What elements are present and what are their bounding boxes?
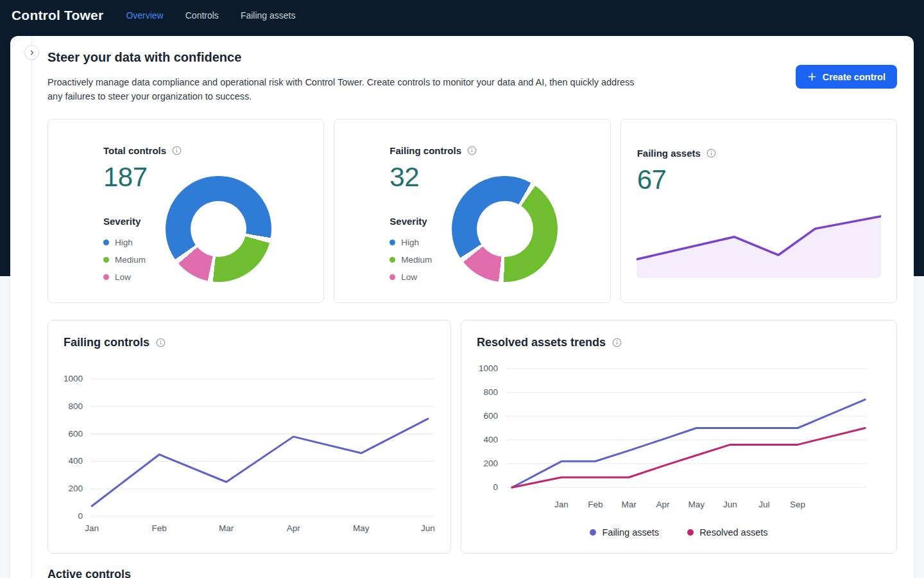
x-axis-tick: Feb xyxy=(140,523,178,534)
chart-legend: Failing assets Resolved assets xyxy=(461,527,896,538)
legend-item-low: Low xyxy=(389,268,432,286)
x-axis-tick: Apr xyxy=(274,523,312,534)
y-axis-tick: 800 xyxy=(55,401,83,412)
y-axis-tick: 1000 xyxy=(470,363,498,374)
resolved-trends-chart-title: Resolved assets trends xyxy=(477,336,606,349)
failing-assets-card: Failing assets 67 xyxy=(620,119,897,303)
info-icon[interactable] xyxy=(612,338,622,347)
app-title: Control Tower xyxy=(12,8,103,23)
legend-label-low: Low xyxy=(115,272,131,282)
legend-dot-medium xyxy=(103,257,109,263)
legend-label-high: High xyxy=(115,238,133,247)
legend-item-resolved-assets: Resolved assets xyxy=(687,527,767,538)
total-controls-value: 187 xyxy=(103,162,148,193)
failing-controls-chart-title: Failing controls xyxy=(64,336,150,349)
y-axis-tick: 1000 xyxy=(55,374,83,384)
legend-label-low: Low xyxy=(401,272,417,282)
legend-label-resolved-assets: Resolved assets xyxy=(699,527,767,538)
legend-dot-resolved-assets xyxy=(687,529,694,536)
top-navigation: Control Tower Overview Controls Failing … xyxy=(0,0,924,31)
chevron-right-icon xyxy=(28,49,36,57)
failing-assets-sparkline xyxy=(637,209,881,278)
plus-icon xyxy=(807,72,817,82)
y-axis-tick: 0 xyxy=(470,482,498,493)
legend-dot-high xyxy=(103,240,109,245)
resolved-assets-trends-card: Resolved assets trends 02004006008001000… xyxy=(461,320,897,554)
legend-dot-low xyxy=(103,274,109,280)
legend-label-failing-assets: Failing assets xyxy=(602,527,659,538)
failing-controls-line-chart: 02004006008001000JanFebMarAprMayJun xyxy=(48,320,450,553)
info-icon[interactable] xyxy=(156,338,166,347)
severity-legend: High Medium Low xyxy=(389,234,432,286)
total-controls-title: Total controls xyxy=(103,145,166,156)
legend-dot-high xyxy=(389,240,395,245)
x-axis-tick: Mar xyxy=(207,523,246,534)
failing-controls-card: Failing controls 32 Severity High Medium… xyxy=(334,119,610,303)
page-description: Proactively manage data compliance and o… xyxy=(47,76,635,103)
total-controls-card: Total controls 187 Severity High Medium … xyxy=(47,119,324,303)
info-icon[interactable] xyxy=(467,146,477,155)
legend-label-medium: Medium xyxy=(401,255,432,265)
x-axis-tick: Mar xyxy=(610,500,648,510)
severity-label: Severity xyxy=(389,216,427,227)
y-axis-tick: 800 xyxy=(470,387,498,398)
resolved-trends-line-chart: 02004006008001000JanFebMarAprMayJunJulSe… xyxy=(461,320,896,553)
tab-failing-assets[interactable]: Failing assets xyxy=(241,10,296,21)
failing-assets-value: 67 xyxy=(637,164,667,195)
info-icon[interactable] xyxy=(706,148,716,158)
failing-controls-chart-card: Failing controls 02004006008001000JanFeb… xyxy=(47,320,451,554)
tab-controls[interactable]: Controls xyxy=(185,10,219,21)
active-controls-heading: Active controls xyxy=(47,568,131,578)
y-axis-tick: 200 xyxy=(55,484,83,494)
create-control-button[interactable]: Create control xyxy=(796,65,897,89)
x-axis-tick: Jul xyxy=(745,500,783,510)
x-axis-tick: Jan xyxy=(73,523,111,534)
legend-item-failing-assets: Failing assets xyxy=(590,527,659,538)
y-axis-tick: 200 xyxy=(470,459,498,469)
y-axis-tick: 600 xyxy=(55,429,83,439)
y-axis-tick: 400 xyxy=(470,435,498,445)
x-axis-tick: Apr xyxy=(644,500,682,510)
legend-dot-low xyxy=(389,274,395,280)
y-axis-tick: 400 xyxy=(55,456,83,466)
total-controls-severity-donut xyxy=(166,176,271,282)
x-axis-tick: Jun xyxy=(711,500,749,510)
create-control-label: Create control xyxy=(823,72,886,82)
x-axis-tick: Jan xyxy=(542,500,581,510)
legend-item-high: High xyxy=(103,234,146,251)
x-axis-tick: May xyxy=(677,500,715,510)
sidebar-rail-divider xyxy=(31,36,32,578)
x-axis-tick: Sep xyxy=(778,500,817,510)
failing-controls-title: Failing controls xyxy=(389,145,461,156)
x-axis-tick: Jun xyxy=(409,523,447,534)
legend-item-medium: Medium xyxy=(389,251,432,268)
expand-sidebar-button[interactable] xyxy=(24,45,39,60)
y-axis-tick: 600 xyxy=(470,411,498,421)
severity-legend: High Medium Low xyxy=(103,234,146,286)
legend-item-high: High xyxy=(389,234,432,251)
stats-row: Total controls 187 Severity High Medium … xyxy=(47,119,897,303)
failing-assets-title: Failing assets xyxy=(637,148,701,159)
tab-overview[interactable]: Overview xyxy=(126,10,163,21)
y-axis-tick: 0 xyxy=(55,511,83,521)
x-axis-tick: Feb xyxy=(576,500,615,510)
legend-item-low: Low xyxy=(103,268,146,286)
main-panel: Steer your data with confidence Proactiv… xyxy=(10,36,914,578)
legend-dot-medium xyxy=(389,257,395,263)
page-title: Steer your data with confidence xyxy=(47,49,241,66)
charts-row: Failing controls 02004006008001000JanFeb… xyxy=(47,320,897,554)
info-icon[interactable] xyxy=(172,146,182,155)
legend-label-medium: Medium xyxy=(115,255,146,265)
x-axis-tick: May xyxy=(342,523,381,534)
failing-controls-severity-donut xyxy=(452,176,558,282)
legend-dot-failing-assets xyxy=(590,529,596,536)
failing-controls-value: 32 xyxy=(389,162,419,193)
nav-tabs: Overview Controls Failing assets xyxy=(126,10,295,21)
legend-label-high: High xyxy=(401,238,419,247)
severity-label: Severity xyxy=(103,216,141,227)
legend-item-medium: Medium xyxy=(103,251,146,268)
